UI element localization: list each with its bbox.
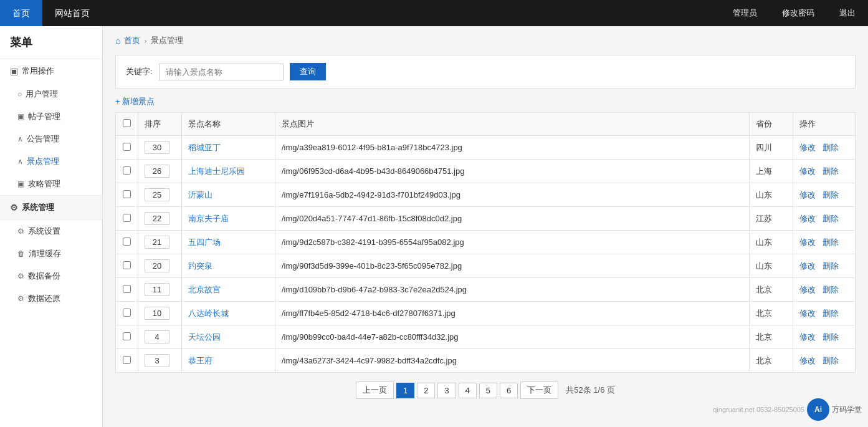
row-name-link[interactable]: 上海迪士尼乐园 bbox=[188, 166, 245, 176]
sidebar-item-restore[interactable]: ⚙ 数据还原 bbox=[0, 287, 102, 310]
row-checkbox[interactable] bbox=[123, 214, 131, 222]
row-img-cell: /img/ff7fb4e5-85d2-4718-b4c6-df27807f637… bbox=[275, 302, 750, 325]
sidebar-group-system-label: 系统管理 bbox=[22, 202, 54, 213]
edit-button[interactable]: 修改 bbox=[799, 309, 816, 318]
row-checkbox[interactable] bbox=[123, 237, 131, 246]
delete-button[interactable]: 删除 bbox=[823, 166, 839, 176]
sidebar-item-notice[interactable]: ∧ 公告管理 bbox=[0, 128, 102, 150]
edit-button[interactable]: 修改 bbox=[799, 190, 816, 199]
delete-button[interactable]: 删除 bbox=[823, 237, 839, 247]
row-name-cell: 恭王府 bbox=[182, 349, 275, 373]
sidebar-item-strategy-label: 攻略管理 bbox=[28, 178, 60, 190]
row-province-cell: 北京 bbox=[750, 349, 793, 373]
nav-right: 管理员 修改密码 退出 bbox=[720, 0, 868, 26]
search-label: 关键字: bbox=[126, 66, 153, 77]
delete-button[interactable]: 删除 bbox=[823, 356, 839, 365]
row-name-cell: 八达岭长城 bbox=[182, 302, 275, 325]
table-body: 30 稻城亚丁 /img/a39ea819-6012-4f95-b81a-a9f… bbox=[116, 136, 856, 373]
row-img-path: /img/d109bb7b-d9b6-47a2-b983-3c7e2ea2d52… bbox=[282, 285, 467, 294]
sidebar-item-restore-label: 数据还原 bbox=[28, 293, 60, 304]
sidebar-group-common[interactable]: ▣ 常用操作 bbox=[0, 59, 102, 83]
search-input[interactable] bbox=[159, 64, 284, 80]
row-checkbox[interactable] bbox=[123, 166, 131, 175]
row-name-cell: 天坛公园 bbox=[182, 325, 275, 349]
table-row: 3 恭王府 /img/43a6273f-3424-4c97-9982-bdff3… bbox=[116, 349, 856, 373]
prev-page-button[interactable]: 上一页 bbox=[356, 381, 394, 399]
nav-item-home[interactable]: 首页 bbox=[0, 0, 42, 26]
row-checkbox[interactable] bbox=[123, 309, 131, 317]
edit-button[interactable]: 修改 bbox=[799, 332, 816, 342]
delete-button[interactable]: 删除 bbox=[823, 332, 839, 342]
sidebar-item-settings[interactable]: ⚙ 系统设置 bbox=[0, 220, 102, 242]
edit-button[interactable]: 修改 bbox=[799, 166, 816, 176]
edit-button[interactable]: 修改 bbox=[799, 214, 816, 223]
row-checkbox[interactable] bbox=[123, 190, 131, 198]
sidebar-item-strategy[interactable]: ▣ 攻略管理 bbox=[0, 173, 102, 195]
sidebar-item-user[interactable]: ○ 用户管理 bbox=[0, 83, 102, 105]
row-checkbox[interactable] bbox=[123, 143, 131, 151]
row-name-link[interactable]: 天坛公园 bbox=[188, 332, 221, 342]
nav-item-logout[interactable]: 退出 bbox=[827, 0, 868, 26]
delete-button[interactable]: 删除 bbox=[823, 309, 839, 318]
row-img-cell: /img/e7f1916a-5db2-4942-91d3-f701bf249d0… bbox=[275, 183, 750, 207]
row-name-cell: 趵突泉 bbox=[182, 254, 275, 278]
nav-item-website[interactable]: 网站首页 bbox=[42, 0, 102, 26]
breadcrumb-home-link[interactable]: 首页 bbox=[124, 35, 140, 46]
row-name-link[interactable]: 趵突泉 bbox=[188, 261, 212, 271]
edit-button[interactable]: 修改 bbox=[799, 285, 816, 294]
row-name-link[interactable]: 沂蒙山 bbox=[188, 190, 212, 199]
row-checkbox[interactable] bbox=[123, 356, 131, 364]
add-scenic-button[interactable]: + 新增景点 bbox=[115, 96, 155, 107]
delete-button[interactable]: 删除 bbox=[823, 261, 839, 271]
search-button[interactable]: 查询 bbox=[290, 63, 326, 80]
row-img-cell: /img/a39ea819-6012-4f95-b81a-a9f718bc472… bbox=[275, 136, 750, 160]
system-icon: ⚙ bbox=[10, 203, 18, 213]
row-name-link[interactable]: 南京夫子庙 bbox=[188, 214, 229, 223]
sidebar-item-scenic-label: 景点管理 bbox=[27, 156, 59, 167]
edit-button[interactable]: 修改 bbox=[799, 356, 816, 365]
sidebar-item-scenic[interactable]: ∧ 景点管理 bbox=[0, 150, 102, 173]
edit-button[interactable]: 修改 bbox=[799, 143, 816, 152]
row-action-cell: 修改 删除 bbox=[793, 302, 856, 325]
row-action-cell: 修改 删除 bbox=[793, 325, 856, 349]
page-button-1[interactable]: 1 bbox=[396, 383, 414, 398]
row-province: 上海 bbox=[756, 166, 772, 176]
row-checkbox[interactable] bbox=[123, 332, 131, 340]
row-name-cell: 沂蒙山 bbox=[182, 183, 275, 207]
page-button-3[interactable]: 3 bbox=[437, 383, 455, 398]
row-name-link[interactable]: 恭王府 bbox=[188, 356, 212, 365]
row-check-cell bbox=[116, 349, 138, 373]
nav-item-change-password[interactable]: 修改密码 bbox=[770, 0, 827, 26]
delete-button[interactable]: 删除 bbox=[823, 143, 839, 152]
table-row: 21 五四广场 /img/9d2c587b-c382-4191-b395-655… bbox=[116, 231, 856, 254]
sidebar-item-post[interactable]: ▣ 帖子管理 bbox=[0, 105, 102, 128]
row-name-link[interactable]: 北京故宫 bbox=[188, 285, 221, 294]
row-order: 22 bbox=[145, 212, 169, 225]
sidebar-item-backup[interactable]: ⚙ 数据备份 bbox=[0, 265, 102, 287]
select-all-checkbox[interactable] bbox=[123, 119, 131, 127]
sidebar-group-system[interactable]: ⚙ 系统管理 bbox=[0, 195, 102, 220]
page-button-6[interactable]: 6 bbox=[500, 383, 518, 398]
edit-button[interactable]: 修改 bbox=[799, 237, 816, 247]
row-order-cell: 26 bbox=[138, 160, 182, 183]
sidebar-item-notice-label: 公告管理 bbox=[27, 133, 59, 145]
row-name-link[interactable]: 八达岭长城 bbox=[188, 309, 229, 318]
page-button-5[interactable]: 5 bbox=[479, 383, 497, 398]
row-name-link[interactable]: 五四广场 bbox=[188, 237, 221, 247]
row-checkbox[interactable] bbox=[123, 285, 131, 293]
next-page-button[interactable]: 下一页 bbox=[520, 381, 558, 399]
sidebar-item-clear-cache[interactable]: 🗑 清理缓存 bbox=[0, 242, 102, 265]
row-province-cell: 四川 bbox=[750, 136, 793, 160]
page-button-2[interactable]: 2 bbox=[417, 383, 435, 398]
row-check-cell bbox=[116, 254, 138, 278]
table-row: 22 南京夫子庙 /img/020d4a51-7747-47d1-86fb-15… bbox=[116, 207, 856, 231]
delete-button[interactable]: 删除 bbox=[823, 214, 839, 223]
edit-button[interactable]: 修改 bbox=[799, 261, 816, 271]
row-img-cell: /img/d109bb7b-d9b6-47a2-b983-3c7e2ea2d52… bbox=[275, 278, 750, 302]
page-button-4[interactable]: 4 bbox=[459, 383, 477, 398]
delete-button[interactable]: 删除 bbox=[823, 285, 839, 294]
row-name-link[interactable]: 稻城亚丁 bbox=[188, 143, 221, 152]
row-check-cell bbox=[116, 231, 138, 254]
row-checkbox[interactable] bbox=[123, 261, 131, 269]
delete-button[interactable]: 删除 bbox=[823, 190, 839, 199]
